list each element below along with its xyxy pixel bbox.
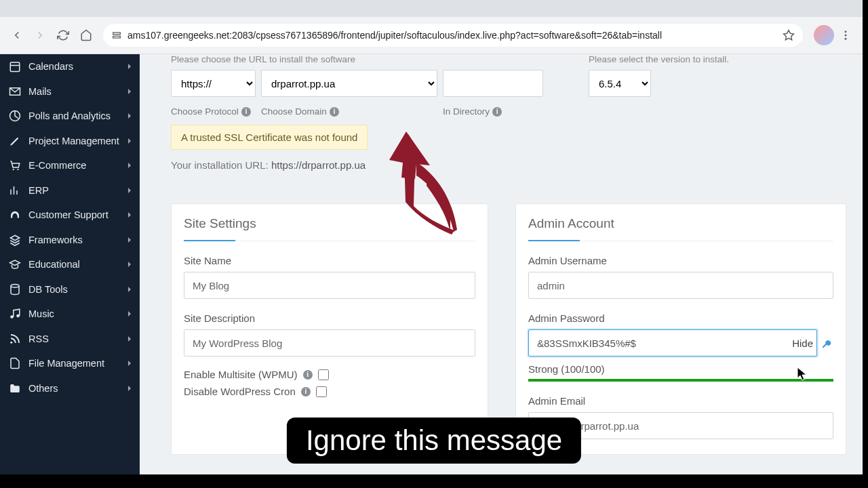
protocol-label: Choose Protocol bbox=[171, 106, 239, 117]
address-bar[interactable]: ams107.greengeeks.net:2083/cpsess7671365… bbox=[103, 24, 803, 47]
chevron-right-icon bbox=[126, 237, 133, 243]
chevron-right-icon bbox=[126, 360, 133, 367]
chevron-right-icon bbox=[126, 211, 133, 218]
cron-label: Disable WordPress Cron bbox=[184, 386, 296, 397]
sidebar-item-frameworks[interactable]: Frameworks bbox=[0, 228, 140, 253]
caption-overlay: Ignore this message bbox=[287, 418, 581, 464]
pw-hide-toggle[interactable]: Hide bbox=[792, 338, 813, 349]
svg-point-11 bbox=[13, 169, 14, 170]
svg-point-7 bbox=[845, 38, 847, 40]
svg-point-14 bbox=[10, 316, 14, 319]
svg-point-16 bbox=[10, 342, 12, 344]
chevron-right-icon bbox=[126, 286, 133, 293]
svg-point-13 bbox=[11, 284, 19, 287]
pencil-icon bbox=[8, 134, 22, 148]
main-content: Please choose the URL to install the sof… bbox=[140, 54, 863, 474]
chevron-right-icon bbox=[126, 336, 133, 342]
sidebar-item-rss[interactable]: RSS bbox=[0, 327, 140, 352]
cron-checkbox[interactable] bbox=[316, 386, 327, 397]
url-text: ams107.greengeeks.net:2083/cpsess7671365… bbox=[127, 30, 777, 41]
sidebar-item-educational[interactable]: Educational bbox=[0, 252, 140, 277]
multisite-label: Enable Multisite (WPMU) bbox=[184, 369, 298, 380]
sidebar-item-erp[interactable]: ERP bbox=[0, 178, 140, 203]
bookmark-icon[interactable] bbox=[783, 29, 795, 41]
cart-icon bbox=[8, 159, 22, 172]
info-icon[interactable]: i bbox=[301, 387, 311, 396]
domain-label: Choose Domain bbox=[261, 106, 327, 117]
sidebar-item-project[interactable]: Project Management bbox=[0, 129, 140, 154]
analytics-icon bbox=[8, 109, 22, 123]
layers-icon bbox=[8, 233, 22, 247]
profile-avatar[interactable] bbox=[814, 25, 834, 45]
domain-select[interactable]: drparrot.pp.ua bbox=[261, 70, 437, 97]
svg-point-15 bbox=[16, 314, 20, 318]
sidebar-item-file[interactable]: File Management bbox=[0, 351, 140, 376]
chart-icon bbox=[8, 184, 22, 197]
rss-icon bbox=[8, 332, 22, 346]
browser-menu-button[interactable] bbox=[834, 24, 857, 47]
mail-icon bbox=[8, 85, 22, 98]
info-icon[interactable]: i bbox=[303, 370, 313, 380]
pw-strength-bar bbox=[528, 379, 833, 382]
chevron-right-icon bbox=[126, 187, 133, 194]
calendar-icon bbox=[8, 60, 22, 73]
protocol-select[interactable]: https:// bbox=[171, 70, 256, 97]
multisite-checkbox[interactable] bbox=[318, 369, 329, 380]
info-icon[interactable]: i bbox=[330, 107, 339, 117]
chevron-right-icon bbox=[126, 310, 133, 317]
site-name-input[interactable] bbox=[184, 272, 475, 299]
card-title: Site Settings bbox=[184, 216, 475, 241]
chevron-right-icon bbox=[126, 385, 133, 392]
sidebar-item-others[interactable]: Others bbox=[0, 376, 140, 401]
music-icon bbox=[8, 307, 22, 321]
chevron-right-icon bbox=[126, 162, 133, 169]
browser-toolbar: ams107.greengeeks.net:2083/cpsess7671365… bbox=[0, 17, 863, 54]
pw-strength-label: Strong (100/100) bbox=[528, 363, 833, 375]
folder-icon bbox=[8, 382, 22, 395]
site-desc-label: Site Description bbox=[184, 312, 475, 324]
chevron-right-icon bbox=[126, 261, 133, 268]
site-desc-input[interactable] bbox=[184, 329, 475, 357]
site-settings-icon[interactable] bbox=[111, 30, 122, 41]
sidebar-item-ecommerce[interactable]: E-Commerce bbox=[0, 153, 140, 178]
chevron-right-icon bbox=[126, 63, 133, 70]
directory-input[interactable] bbox=[443, 70, 543, 97]
info-icon[interactable]: i bbox=[492, 107, 502, 117]
svg-marker-4 bbox=[784, 30, 794, 40]
sidebar-item-polls[interactable]: Polls and Analytics bbox=[0, 104, 140, 129]
reload-button[interactable] bbox=[52, 24, 75, 47]
version-hint: Please select the version to install. bbox=[589, 54, 846, 64]
admin-email-label: Admin Email bbox=[528, 395, 833, 407]
admin-user-label: Admin Username bbox=[528, 255, 833, 266]
admin-pw-input[interactable] bbox=[528, 329, 817, 357]
site-name-label: Site Name bbox=[184, 255, 475, 266]
svg-rect-8 bbox=[10, 62, 20, 72]
sidebar-item-calendars[interactable]: Calendars bbox=[0, 54, 140, 79]
version-select[interactable]: 6.5.4 bbox=[589, 70, 651, 97]
info-icon[interactable]: i bbox=[241, 107, 251, 117]
sidebar-item-music[interactable]: Music bbox=[0, 302, 140, 327]
sidebar-item-dbtools[interactable]: DB Tools bbox=[0, 277, 140, 302]
forward-button[interactable] bbox=[28, 24, 52, 47]
key-icon[interactable] bbox=[821, 337, 833, 349]
svg-rect-0 bbox=[113, 33, 121, 35]
sidebar: Calendars Mails Polls and Analytics Proj… bbox=[0, 54, 140, 474]
card-title: Admin Account bbox=[528, 216, 833, 241]
install-url-label: Your installation URL: bbox=[171, 159, 271, 171]
sidebar-item-support[interactable]: Customer Support bbox=[0, 203, 140, 228]
chevron-right-icon bbox=[126, 113, 133, 119]
svg-point-5 bbox=[845, 30, 847, 33]
directory-label: In Directory bbox=[443, 106, 490, 117]
admin-pw-label: Admin Password bbox=[528, 312, 833, 324]
headset-icon bbox=[8, 208, 22, 222]
svg-point-6 bbox=[845, 35, 847, 37]
ssl-warning: A trusted SSL Certificate was not found bbox=[171, 125, 368, 150]
admin-user-input[interactable] bbox=[528, 272, 833, 299]
graduation-icon bbox=[8, 258, 22, 271]
install-url-value: https://drparrot.pp.ua bbox=[271, 159, 366, 171]
back-button[interactable] bbox=[5, 24, 28, 47]
home-button[interactable] bbox=[75, 24, 98, 47]
url-hint: Please choose the URL to install the sof… bbox=[171, 54, 568, 64]
svg-point-12 bbox=[17, 169, 18, 170]
sidebar-item-mails[interactable]: Mails bbox=[0, 79, 140, 104]
